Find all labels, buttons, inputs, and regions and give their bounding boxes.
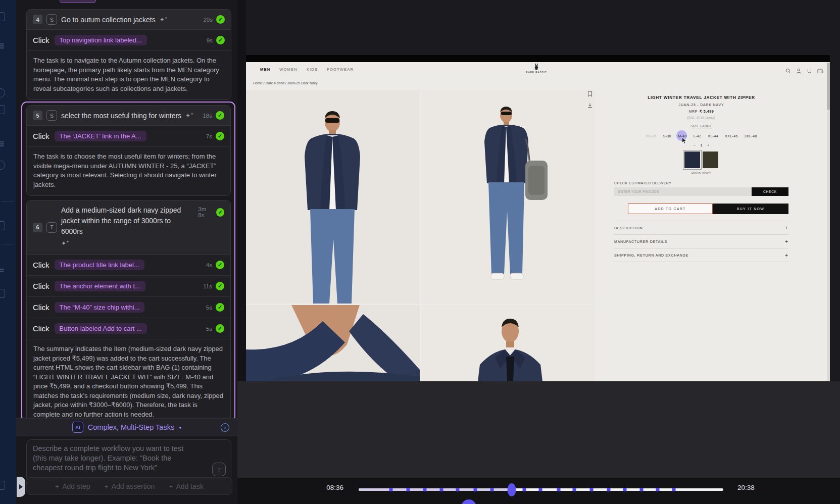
product-title[interactable]: LIGHT WINTER TRAVEL JACKET WITH ZIPPER — [614, 95, 788, 100]
composer-placeholder[interactable]: Describe a complete workflow you want to… — [33, 444, 193, 473]
timeline-marker[interactable] — [522, 488, 526, 491]
timeline-marker[interactable] — [607, 488, 611, 491]
size-chip-3xl48[interactable]: 3XL-48 — [744, 133, 758, 139]
timeline-marker[interactable] — [539, 488, 542, 491]
timeline-marker[interactable] — [573, 488, 576, 491]
add-assertion-button[interactable]: +Add assertion — [104, 482, 155, 490]
nav-icon-fragment[interactable] — [0, 289, 5, 298]
site-logo[interactable]: RARE RABBIT — [525, 63, 548, 74]
action-target-pill[interactable]: Top navigation link labeled... — [55, 35, 147, 45]
user-icon[interactable] — [796, 68, 802, 74]
action-target-pill[interactable]: The ‘JACKET’ link in the A... — [55, 131, 146, 141]
bookmark-icon[interactable] — [587, 91, 592, 97]
timeline-playhead[interactable] — [507, 483, 516, 496]
submit-button[interactable]: ↑ — [212, 463, 226, 476]
timeline-track[interactable] — [359, 488, 723, 491]
nav-icon-fragment[interactable] — [0, 268, 4, 274]
timeline-marker[interactable] — [656, 488, 660, 491]
accordion-manufacturer[interactable]: MANUFACTURER DETAILS + — [614, 234, 788, 248]
timeline-start-time: 08:36 — [313, 484, 343, 491]
task-composer[interactable]: Describe a complete workflow you want to… — [26, 439, 231, 482]
step-duration: 3m 8s — [198, 206, 213, 218]
size-chip-xs36[interactable]: XS-36 — [645, 133, 657, 139]
accordion-shipping[interactable]: SHIPPING, RETURN AND EXCHANGE + — [614, 248, 788, 262]
buy-it-now-button[interactable]: BUY IT NOW — [713, 204, 788, 214]
action-target-pill[interactable]: The “M-40” size chip withi... — [55, 302, 145, 313]
add-step-button[interactable]: +Add step — [55, 482, 90, 490]
product-photo-torso[interactable] — [421, 305, 595, 381]
ai-badge-icon: AI — [72, 422, 83, 433]
timeline-marker[interactable] — [456, 488, 460, 491]
step-4-header[interactable]: 4 S Go to autum collection jackets ✦ 20s… — [27, 10, 231, 30]
nav-men[interactable]: MEN — [260, 67, 270, 72]
timeline-marker[interactable] — [389, 488, 393, 491]
size-chip-l42[interactable]: L-42 — [693, 133, 702, 139]
size-guide-link[interactable]: SIZE GUIDE — [690, 124, 712, 128]
nav-icon-fragment[interactable] — [0, 221, 5, 230]
step-6-header[interactable]: 6 T Add a medium-sized dark navy zipped … — [27, 200, 230, 255]
nav-icon-fragment[interactable] — [0, 105, 5, 114]
swatch-dark-navy-selected[interactable] — [684, 152, 700, 168]
product-photo-collar-closeup[interactable] — [246, 305, 420, 381]
accordion-description[interactable]: DESCRIPTION + — [614, 221, 788, 234]
size-chip-s38[interactable]: S-38 — [663, 133, 672, 139]
cart-icon[interactable] — [817, 68, 824, 74]
timeline-marker[interactable] — [439, 488, 443, 491]
nav-women[interactable]: WOMEN — [279, 67, 298, 72]
timeline-marker[interactable] — [474, 488, 477, 491]
step-5-header[interactable]: 5 S select the most useful thing for win… — [27, 106, 230, 126]
nav-kids[interactable]: KIDS — [307, 67, 318, 72]
search-icon[interactable] — [785, 68, 791, 74]
action-target-pill[interactable]: Button labeled Add to cart ... — [55, 323, 147, 334]
plus-icon: + — [55, 482, 59, 490]
wishlist-icon[interactable] — [807, 68, 812, 74]
task-mode-label[interactable]: Complex, Multi-Step Tasks — [88, 423, 174, 431]
action-target-pill[interactable]: The anchor element with t... — [55, 281, 145, 291]
share-icon[interactable] — [587, 103, 592, 109]
sidebar-collapse-handle[interactable] — [17, 477, 25, 497]
add-to-cart-button[interactable]: ADD TO CART — [628, 204, 713, 214]
timeline-marker[interactable] — [623, 488, 627, 491]
menu-icon-fragment[interactable] — [0, 42, 4, 48]
add-task-button[interactable]: +Add task — [169, 482, 204, 490]
task-mode-bar: AI Complex, Multi-Step Tasks ▾ i — [16, 418, 237, 436]
chevron-down-icon[interactable]: ▾ — [179, 425, 181, 430]
color-swatches — [614, 152, 788, 168]
nav-icon-fragment[interactable] — [0, 481, 5, 490]
timeline-marker[interactable] — [490, 488, 493, 491]
product-photo-full[interactable] — [421, 90, 595, 304]
playback-control-button[interactable] — [461, 499, 476, 504]
list-icon-fragment[interactable] — [0, 140, 4, 146]
site-navigation: MEN WOMEN KIDS FOOTWEAR — [260, 67, 354, 72]
timeline-marker[interactable] — [407, 488, 410, 491]
size-chip-xl44[interactable]: XL-44 — [707, 133, 719, 139]
timeline-marker[interactable] — [589, 488, 593, 491]
timeline-marker[interactable] — [639, 488, 643, 491]
action-row: Click Button labeled Add to cart ... 5s … — [27, 318, 230, 339]
qty-decrease-button[interactable]: − — [694, 143, 696, 147]
product-photo-front[interactable] — [246, 90, 420, 304]
replay-timeline: 08:36 20:38 — [237, 478, 840, 504]
qty-increase-button[interactable]: + — [707, 143, 710, 147]
price-value: ₹ 5,499 — [700, 110, 714, 113]
size-chip-xxl46[interactable]: XXL-46 — [724, 133, 738, 139]
nav-icon-fragment[interactable] — [0, 161, 5, 170]
step-number-badge: 4 — [33, 15, 42, 24]
success-check-icon: ✓ — [216, 36, 225, 44]
timeline-marker[interactable] — [672, 488, 675, 491]
timeline-marker[interactable] — [557, 488, 560, 491]
nav-footwear[interactable]: FOOTWEAR — [327, 67, 354, 72]
info-icon[interactable]: i — [221, 423, 229, 432]
scrollbar-thumb[interactable] — [827, 63, 830, 110]
size-chip-m40-selected[interactable]: M-40 — [677, 133, 687, 139]
swatch-olive[interactable] — [703, 152, 718, 168]
timeline-marker[interactable] — [423, 488, 426, 491]
pincode-input[interactable] — [614, 187, 752, 196]
breadcrumb[interactable]: Home / Rare Rabbit / Juan-25 Dark Navy — [253, 81, 318, 85]
nav-icon-fragment[interactable] — [0, 12, 5, 21]
action-target-pill[interactable]: The product title link label... — [55, 260, 144, 270]
search-icon-fragment[interactable] — [0, 88, 5, 97]
panel-background-lower — [237, 381, 840, 478]
page-scrollbar[interactable] — [827, 62, 830, 381]
check-delivery-button[interactable]: CHECK — [752, 187, 788, 196]
